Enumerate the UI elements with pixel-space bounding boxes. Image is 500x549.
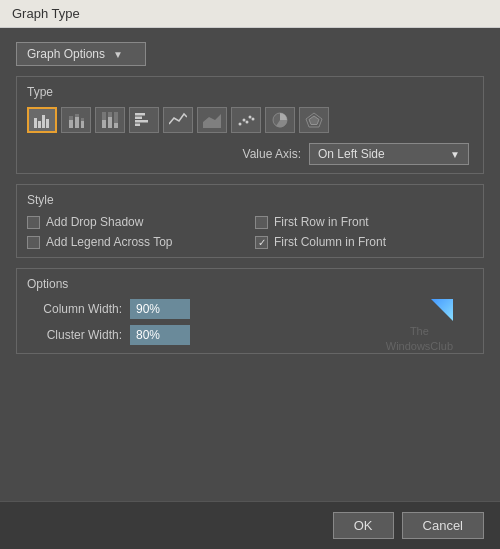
checkbox-add-drop-shadow-label: Add Drop Shadow: [46, 215, 143, 229]
svg-point-22: [243, 119, 246, 122]
svg-rect-18: [135, 120, 148, 123]
icon-pie[interactable]: [265, 107, 295, 133]
graph-options-dropdown[interactable]: Graph Options ▼: [16, 42, 146, 66]
svg-marker-20: [203, 114, 221, 128]
options-label: Options: [27, 277, 473, 291]
checkbox-first-row-in-front-label: First Row in Front: [274, 215, 369, 229]
icon-radar[interactable]: [299, 107, 329, 133]
svg-rect-16: [135, 113, 145, 116]
cluster-width-input[interactable]: [130, 325, 190, 345]
checkbox-first-column-in-front-label: First Column in Front: [274, 235, 386, 249]
svg-rect-3: [46, 119, 49, 128]
options-fields: Column Width: Cluster Width: TheWindowsC…: [27, 299, 473, 345]
checkbox-add-legend-label: Add Legend Across Top: [46, 235, 173, 249]
dropdown-arrow: ▼: [113, 49, 123, 60]
type-section: Type: [16, 76, 484, 174]
cancel-button[interactable]: Cancel: [402, 512, 484, 539]
svg-marker-28: [309, 116, 319, 125]
checkbox-first-row-in-front: First Row in Front: [255, 215, 473, 229]
value-axis-label: Value Axis:: [243, 147, 301, 161]
icon-proportional-column[interactable]: [95, 107, 125, 133]
checkbox-add-drop-shadow: Add Drop Shadow: [27, 215, 245, 229]
svg-point-25: [252, 118, 255, 121]
column-width-label: Column Width:: [27, 302, 122, 316]
dialog-body: Graph Options ▼ Type: [0, 28, 500, 501]
svg-rect-0: [34, 118, 37, 128]
checkbox-first-column-in-front-box[interactable]: ✓: [255, 236, 268, 249]
icon-line[interactable]: [163, 107, 193, 133]
column-width-input[interactable]: [130, 299, 190, 319]
bottom-bar: OK Cancel: [0, 501, 500, 549]
title-bar: Graph Type: [0, 0, 500, 28]
svg-rect-1: [38, 121, 41, 128]
svg-point-21: [239, 123, 242, 126]
type-label: Type: [27, 85, 473, 99]
options-section: Options Column Width: Cluster Width: The…: [16, 268, 484, 354]
graph-options-label: Graph Options: [27, 47, 105, 61]
checkbox-first-column-in-front: ✓ First Column in Front: [255, 235, 473, 249]
style-checkboxes: Add Drop Shadow First Row in Front Add L…: [27, 215, 473, 249]
icon-grouped-column[interactable]: [27, 107, 57, 133]
icon-grouped-bar[interactable]: [129, 107, 159, 133]
style-label: Style: [27, 193, 473, 207]
icon-stacked-column[interactable]: [61, 107, 91, 133]
watermark-text: TheWindowsClub: [386, 324, 453, 355]
value-axis-value: On Left Side: [318, 147, 385, 161]
value-axis-dropdown[interactable]: On Left Side ▼: [309, 143, 469, 165]
checkbox-add-legend-box[interactable]: [27, 236, 40, 249]
svg-rect-19: [135, 124, 140, 127]
graph-options-row: Graph Options ▼: [16, 42, 484, 66]
dialog-title: Graph Type: [12, 6, 80, 21]
svg-rect-6: [75, 117, 79, 128]
svg-rect-13: [108, 112, 112, 117]
svg-rect-4: [69, 120, 73, 128]
type-icons-row: [27, 107, 473, 133]
svg-rect-17: [135, 117, 142, 120]
ok-button[interactable]: OK: [333, 512, 394, 539]
style-section: Style Add Drop Shadow First Row in Front…: [16, 184, 484, 258]
svg-rect-11: [102, 112, 106, 120]
checkbox-first-row-in-front-box[interactable]: [255, 216, 268, 229]
svg-rect-5: [69, 116, 73, 120]
svg-point-23: [246, 121, 249, 124]
value-axis-row: Value Axis: On Left Side ▼: [27, 143, 473, 165]
svg-point-24: [249, 116, 252, 119]
svg-rect-9: [81, 118, 84, 121]
checkbox-add-drop-shadow-box[interactable]: [27, 216, 40, 229]
watermark-icon: [431, 299, 453, 321]
icon-area[interactable]: [197, 107, 227, 133]
watermark: TheWindowsClub: [386, 299, 453, 355]
svg-rect-7: [75, 114, 79, 117]
cluster-width-label: Cluster Width:: [27, 328, 122, 342]
svg-rect-8: [81, 121, 84, 128]
checkbox-add-legend: Add Legend Across Top: [27, 235, 245, 249]
svg-rect-2: [42, 115, 45, 128]
icon-scatter[interactable]: [231, 107, 261, 133]
value-axis-arrow: ▼: [450, 149, 460, 160]
svg-rect-15: [114, 112, 118, 123]
